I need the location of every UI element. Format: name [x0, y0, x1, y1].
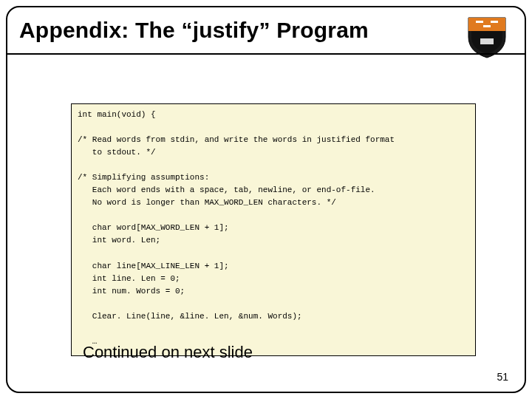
- shield-crest-icon: [466, 15, 508, 59]
- code-listing: int main(void) { /* Read words from stdi…: [71, 103, 476, 356]
- svg-rect-1: [491, 21, 498, 23]
- svg-rect-0: [476, 21, 483, 23]
- slide-frame: Appendix: The “justify” Program int main…: [6, 6, 526, 393]
- title-divider: [7, 53, 525, 55]
- svg-rect-3: [480, 38, 494, 44]
- slide-title: Appendix: The “justify” Program: [19, 18, 369, 43]
- svg-rect-2: [483, 25, 491, 27]
- page-number: 51: [497, 371, 508, 383]
- continued-note: Continued on next slide: [83, 343, 253, 362]
